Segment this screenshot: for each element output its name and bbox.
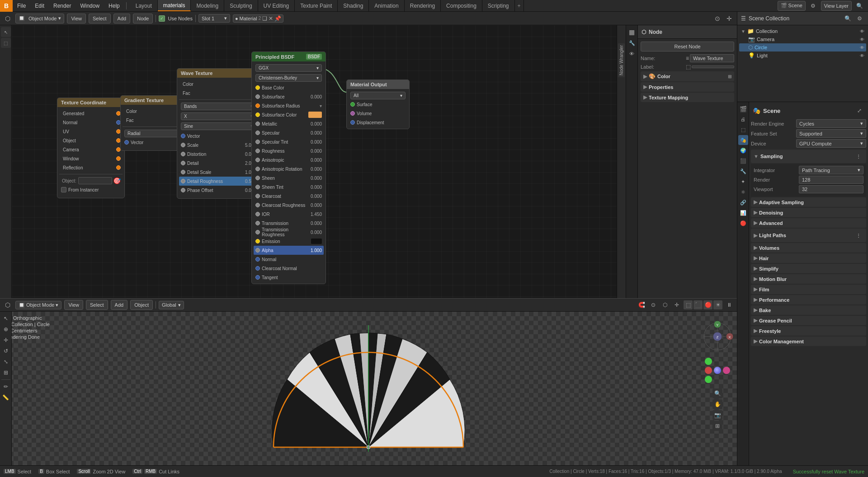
render-engine-dropdown[interactable]: Cycles▾ — [796, 119, 866, 128]
props-tool-tab[interactable]: 🔧 — [627, 38, 637, 48]
bsdf-roughness-in[interactable] — [255, 149, 260, 153]
texture-mapping-section[interactable]: ▶ Texture Mapping — [641, 93, 734, 102]
wave-bands-dropdown[interactable]: X▾ — [181, 112, 256, 120]
shading-material-btn[interactable]: 🔴 — [703, 300, 712, 309]
view-btn[interactable]: View — [67, 14, 86, 23]
principled-bsdf-node[interactable]: Principled BSDF BSDF GGX▾ Christensen-Bu… — [251, 51, 326, 284]
viewport-zoom-btn[interactable]: 🔍 — [712, 388, 722, 398]
object-picker-btn[interactable]: 🎯 — [113, 177, 121, 184]
bsdf-subsurface-in[interactable] — [255, 94, 260, 99]
socket-reflection-out[interactable] — [116, 165, 121, 170]
props-world-tab[interactable]: 🌍 — [738, 145, 748, 155]
advanced-section[interactable]: ▶ Advanced — [751, 218, 866, 228]
navigation-gizmo[interactable]: Y X Z — [702, 321, 733, 352]
bsdf-clearcoat-rough-in[interactable] — [255, 203, 260, 207]
reset-node-btn[interactable]: Reset Node — [641, 42, 734, 51]
light-item[interactable]: 💡 Light 👁 — [739, 51, 866, 60]
props-view-tab[interactable]: 👁 — [627, 49, 637, 59]
wave-profile-dropdown[interactable]: Sine▾ — [181, 122, 256, 130]
menu-render[interactable]: Render — [49, 0, 75, 11]
bsdf-metallic-in[interactable] — [255, 122, 260, 126]
texture-coordinate-node[interactable]: Texture Coordinate Generated Normal UV — [57, 98, 125, 198]
bsdf-anisotropic-rot-in[interactable] — [255, 167, 260, 171]
bsdf-sheen-in[interactable] — [255, 176, 260, 180]
camera-item[interactable]: 📷 Camera 👁 — [739, 35, 866, 43]
bsdf-cc-normal-in[interactable] — [255, 266, 260, 271]
from-instancer-checkbox[interactable] — [61, 187, 66, 192]
material-close-btn[interactable]: ✕ — [269, 15, 273, 22]
props-constraints-tab[interactable]: 🔗 — [738, 197, 748, 207]
vp-scale-tool[interactable]: ⤡ — [1, 357, 11, 367]
film-section[interactable]: ▶ Film — [751, 285, 866, 294]
light-visible[interactable]: 👁 — [860, 53, 864, 58]
slot-dropdown[interactable]: Slot 1▾ — [198, 14, 230, 23]
wave-phase-in[interactable] — [181, 188, 185, 192]
matout-volume-in[interactable] — [350, 111, 355, 116]
adaptive-sampling-section[interactable]: ▶ Adaptive Sampling — [751, 197, 866, 207]
box-select-tool[interactable]: ⬚ — [1, 38, 11, 48]
viewport-snap-icon[interactable]: 🧲 — [637, 300, 646, 310]
view-layer-selector[interactable]: View Layer — [821, 1, 852, 11]
color-section[interactable]: ▶ 🎨 Color ⊞ — [641, 71, 734, 81]
vp-transform-tool[interactable]: ⊞ — [1, 368, 11, 378]
viewport-add-btn[interactable]: Add — [111, 300, 128, 310]
bsdf-alpha-in[interactable] — [255, 248, 260, 253]
object-mode-dropdown[interactable]: 🔲 Object Mode ▾ — [15, 14, 64, 23]
select-btn[interactable]: Select — [89, 14, 111, 23]
node-label-field[interactable] — [692, 65, 734, 68]
menu-window[interactable]: Window — [75, 0, 104, 11]
viewport-view-btn[interactable]: View — [64, 300, 83, 310]
wave-distortion-in[interactable] — [181, 152, 185, 156]
tab-shading[interactable]: Shading — [338, 0, 369, 11]
bsdf-trans-rough-in[interactable] — [255, 230, 260, 234]
outliner-filter[interactable]: ⚙ — [854, 14, 864, 23]
vp-rotate-tool[interactable]: ↺ — [1, 346, 11, 356]
bsdf-normal-in[interactable] — [255, 257, 260, 262]
gradient-vector-in[interactable] — [124, 140, 129, 145]
viewport-object-btn[interactable]: Object — [130, 300, 153, 310]
props-render-tab[interactable]: 🎬 — [738, 104, 748, 114]
light-paths-more[interactable]: ⋮ — [854, 230, 863, 240]
viewport-hand-btn[interactable]: ✋ — [712, 399, 722, 409]
node-btn[interactable]: Node — [133, 14, 153, 23]
blue-dot[interactable] — [714, 367, 721, 374]
menu-help[interactable]: Help — [104, 0, 124, 11]
editor-type-icon[interactable]: ⬡ — [3, 14, 13, 23]
collection-item[interactable]: ▼ 📁 Collection 👁 — [739, 27, 866, 35]
wave-detail-rough-in[interactable] — [181, 179, 185, 183]
freestyle-section[interactable]: ▶ Freestyle — [751, 326, 866, 336]
props-item-tab[interactable]: ▦ — [627, 27, 637, 37]
tab-add[interactable]: + — [515, 0, 524, 11]
integrator-dropdown[interactable]: Path Tracing▾ — [799, 166, 863, 174]
viewport-pause-btn[interactable]: ⏸ — [724, 300, 734, 310]
search-btn[interactable]: 🔍 — [854, 1, 864, 11]
bsdf-emission-in[interactable] — [255, 239, 260, 243]
bsdf-ior-in[interactable] — [255, 212, 260, 216]
bsdf-sheen-tint-in[interactable] — [255, 185, 260, 189]
vp-select-tool[interactable]: ↖ — [1, 313, 11, 323]
props-scene-tab[interactable]: 🎭 — [738, 135, 748, 145]
feature-set-dropdown[interactable]: Supported▾ — [796, 129, 866, 138]
hair-section[interactable]: ▶ Hair — [751, 253, 866, 263]
bsdf-specular-in[interactable] — [255, 131, 260, 135]
menu-edit[interactable]: Edit — [30, 0, 49, 11]
render-samples-field[interactable]: 128 — [799, 176, 863, 184]
menu-file[interactable]: File — [13, 0, 30, 11]
device-dropdown[interactable]: GPU Compute▾ — [796, 139, 866, 148]
matout-displacement-in[interactable] — [350, 120, 355, 125]
wave-texture-node[interactable]: Wave Texture Color Fac — [177, 68, 260, 199]
material-copy-btn[interactable]: ❑ — [262, 15, 267, 22]
scene-options[interactable]: ⚙ — [808, 1, 818, 11]
viewport-overlay-icon[interactable]: ⬡ — [660, 300, 670, 310]
light-paths-section[interactable]: ▶ Light Paths ⋮ — [751, 229, 866, 242]
tab-scripting[interactable]: Scripting — [482, 0, 515, 11]
bsdf-transmission-in[interactable] — [255, 221, 260, 225]
green-dot[interactable] — [705, 358, 712, 365]
tab-layout[interactable]: Layout — [130, 0, 158, 11]
tab-sculpting[interactable]: Sculpting — [224, 0, 258, 11]
sampling-section[interactable]: ▼ Sampling ⋮ — [751, 150, 866, 163]
wave-type-dropdown[interactable]: Bands▾ — [181, 103, 256, 110]
viewport-mode-dropdown[interactable]: 🔲Object Mode▾ — [15, 301, 61, 309]
outliner-search[interactable]: 🔍 — [843, 14, 853, 23]
tab-texture-paint[interactable]: Texture Paint — [295, 0, 338, 11]
